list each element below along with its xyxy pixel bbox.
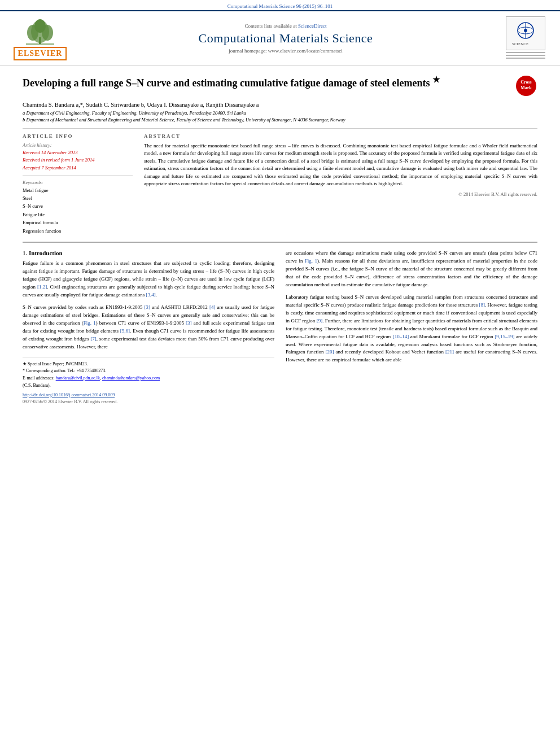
elsevier-wordmark: ELSEVIER	[14, 47, 67, 60]
journal-volume-text: Computational Materials Science 96 (2015…	[228, 3, 333, 9]
body-section: 1. Introduction Fatigue failure is a com…	[23, 250, 537, 406]
body-para-right-1: are occasions where the damage estimatio…	[286, 250, 537, 289]
footer-doi-link[interactable]: http://dx.doi.org/10.1016/j.commatsci.20…	[23, 392, 115, 397]
footer-email-2-link[interactable]: chamindashandara@yahoo.com	[102, 375, 160, 381]
footer-note-2: * Corresponding author. Tel.: +94 775400…	[23, 368, 274, 375]
footer-email: E-mail addresses: bandara@civil.pdn.ac.l…	[23, 375, 274, 382]
crossmark-badge[interactable]: Cross Mark	[515, 75, 537, 97]
ref-3b[interactable]: [3]	[186, 320, 192, 326]
ref-fig1b[interactable]: Fig. 1	[305, 258, 317, 264]
crossmark-icon: Cross Mark	[515, 75, 537, 97]
footer-notes-area: ★ Special Issue Paper; JWCMM23. * Corres…	[23, 357, 274, 407]
article-content: Developing a full range S–N curve and es…	[0, 65, 560, 415]
intro-para-2: S–N curves provided by codes such as EN1…	[23, 304, 274, 351]
journal-banner-center: Contents lists available at ScienceDirec…	[71, 23, 500, 54]
article-title: Developing a full range S–N curve and es…	[23, 75, 509, 90]
date-accepted: Accepted 7 September 2014	[23, 164, 133, 172]
elsevier-logo-area: ELSEVIER	[9, 16, 71, 60]
abstract-text: The need for material specific monotonic…	[144, 142, 537, 188]
svg-text:SCIENCE: SCIENCE	[512, 42, 528, 46]
keywords-label: Keywords:	[23, 180, 133, 185]
sciencedirect-label: Contents lists available at ScienceDirec…	[71, 23, 500, 29]
ref-4[interactable]: [4]	[209, 304, 216, 310]
svg-text:Cross: Cross	[520, 80, 531, 85]
info-divider	[23, 176, 133, 176]
ref-8[interactable]: [8]	[479, 302, 485, 308]
journal-volume-header: Computational Materials Science 96 (2015…	[0, 0, 560, 10]
article-info-header: ARTICLE INFO	[23, 133, 133, 139]
keyword-3: S–N curve	[23, 202, 133, 210]
affiliation-a: a Department of Civil Engineering, Facul…	[23, 110, 537, 117]
article-info-col: ARTICLE INFO Article history: Received 1…	[23, 133, 133, 235]
body-para-right-2: Laboratory fatigue testing based S–N cur…	[286, 294, 537, 364]
ref-1-2[interactable]: [1,2]	[37, 284, 47, 290]
intro-para-1: Fatigue failure is a common phenomenon i…	[23, 260, 274, 299]
ref-21[interactable]: [21]	[445, 349, 454, 355]
keyword-4: Fatigue life	[23, 211, 133, 219]
footer-copyright: 0927-0256/© 2014 Elsevier B.V. All right…	[23, 399, 274, 406]
separator-1	[23, 128, 537, 129]
journal-homepage: journal homepage: www.elsevier.com/locat…	[71, 48, 500, 54]
date-received: Received 14 November 2013	[23, 149, 133, 157]
abstract-header: ABSTRACT	[144, 133, 537, 139]
ref-5-6[interactable]: [5,6]	[120, 328, 130, 334]
journal-cover-image: SCIENCE	[510, 19, 541, 47]
affiliation-b: b Department of Mechanical and Structura…	[23, 117, 537, 124]
ref-9-15-19[interactable]: [9,15–19]	[495, 334, 514, 339]
abstract-copyright: © 2014 Elsevier B.V. All rights reserved…	[144, 191, 537, 197]
journal-icon-area: SCIENCE	[500, 16, 551, 60]
sciencedirect-link[interactable]: ScienceDirect	[298, 23, 326, 29]
footer-note-3: (C.S. Bandara).	[23, 382, 274, 390]
footer-email-1-link[interactable]: bandara@civil.pdn.ac.lk	[56, 375, 100, 381]
ref-fig1[interactable]: Fig. 1	[84, 320, 96, 326]
date-revised: Received in revised form 1 June 2014	[23, 156, 133, 164]
keywords-list: Metal fatigue Steel S–N curve Fatigue li…	[23, 186, 133, 235]
ref-20[interactable]: [20]	[326, 349, 334, 355]
ref-3[interactable]: [3]	[145, 304, 151, 310]
svg-point-4	[34, 19, 46, 33]
svg-text:Mark: Mark	[520, 85, 532, 90]
elsevier-tree-icon	[20, 16, 60, 47]
keyword-6: Regression function	[23, 227, 133, 235]
info-abstract-section: ARTICLE INFO Article history: Received 1…	[23, 133, 537, 235]
ref-7[interactable]: [7]	[90, 336, 97, 342]
body-col-right: are occasions where the damage estimatio…	[286, 250, 537, 406]
journal-title: Computational Materials Science	[71, 31, 500, 46]
banner-lines-icon	[506, 50, 545, 60]
footer-note-1: ★ Special Issue Paper; JWCMM23.	[23, 361, 274, 368]
journal-cover-icon: SCIENCE	[506, 16, 545, 50]
body-col-left: 1. Introduction Fatigue failure is a com…	[23, 250, 274, 406]
ref-3-4[interactable]: [3,4]	[146, 292, 155, 298]
keywords-section: Keywords: Metal fatigue Steel S–N curve …	[23, 180, 133, 235]
keyword-1: Metal fatigue	[23, 186, 133, 194]
abstract-col: ABSTRACT The need for material specific …	[144, 133, 537, 235]
affiliations: a Department of Civil Engineering, Facul…	[23, 110, 537, 124]
svg-point-9	[524, 29, 527, 32]
authors-line: Chaminda S. Bandara a,*, Sudath C. Siriw…	[23, 102, 537, 108]
article-title-area: Developing a full range S–N curve and es…	[23, 75, 537, 97]
keyword-5: Empirical formula	[23, 219, 133, 226]
intro-heading: 1. Introduction	[23, 250, 274, 256]
keyword-2: Steel	[23, 194, 133, 202]
main-separator	[23, 242, 537, 243]
history-label: Article history:	[23, 142, 133, 148]
journal-banner: ELSEVIER Contents lists available at Sci…	[0, 10, 560, 65]
ref-9[interactable]: [9]	[317, 318, 323, 324]
ref-10-14[interactable]: [10–14]	[393, 334, 409, 339]
